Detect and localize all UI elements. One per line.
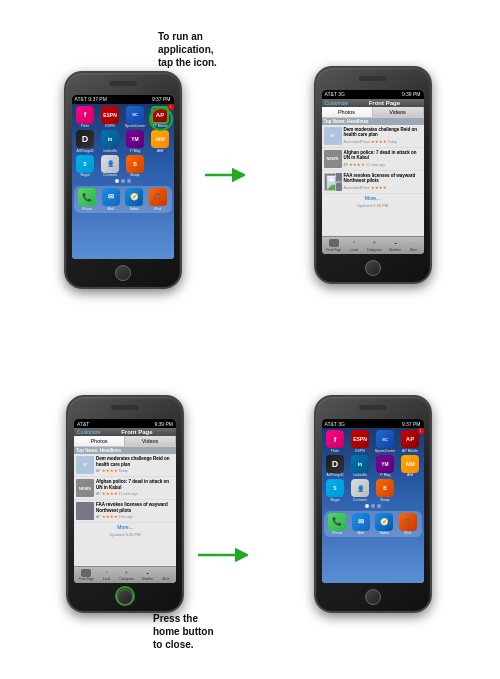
app-linkedin-4[interactable]: in LinkedIn: [349, 455, 372, 478]
dot-inactive-4: [371, 504, 375, 508]
spacer: [322, 209, 424, 237]
status-right-4: 9:37 PM: [402, 421, 421, 427]
aim-label-4: AIM: [407, 473, 413, 477]
nav-local-3[interactable]: 📍 Local: [102, 569, 112, 582]
green-arrow-2: [198, 540, 248, 570]
news-stars-3c: ★★★★: [102, 514, 118, 519]
news-source-3c: AP: [96, 515, 101, 519]
nav-categories-3[interactable]: ☰ Categories: [119, 569, 134, 582]
app-espn[interactable]: ESPN ESPN: [99, 106, 122, 129]
home-button-4[interactable]: [365, 589, 381, 605]
customize-btn[interactable]: Customize: [325, 100, 349, 106]
allthingsd-label: AllThingsD: [77, 149, 94, 153]
dock-ipod-4[interactable]: 🎵 iPod: [399, 513, 417, 536]
news-stars-3: ★★★★: [371, 185, 387, 190]
more-link-3[interactable]: More...: [74, 523, 176, 531]
nav-label-categories: Categories: [367, 248, 382, 252]
dock-phone[interactable]: 📞 Phone: [78, 188, 96, 211]
nav-weather[interactable]: ☁ Weather: [389, 239, 400, 252]
safari-icon: 🧭: [125, 188, 143, 206]
bump-label: Bump: [130, 173, 139, 177]
more-icon-3: …: [161, 569, 171, 577]
scorecenter-label-4: SportsCenter: [375, 449, 396, 453]
dot-inactive-2: [127, 179, 131, 183]
nav-local[interactable]: 📍 Local: [349, 239, 359, 252]
more-link[interactable]: More...: [322, 194, 424, 202]
skype-icon-4: S: [326, 479, 344, 497]
categories-icon-3: ☰: [122, 569, 132, 577]
app-ap-4[interactable]: AP 1 AP Mobile: [399, 430, 422, 453]
nav-more-3[interactable]: … More: [161, 569, 171, 582]
empty-slot-4: [401, 479, 419, 497]
news-screen-3: AT&T 9:39 PM Customize Front Page Photos…: [74, 419, 176, 583]
nav-categories[interactable]: ☰ Categories: [367, 239, 382, 252]
app-scorecenter[interactable]: SC SportsCenter: [124, 106, 147, 129]
app-contacts-4[interactable]: 👤 Contacts: [349, 479, 372, 502]
news-stars-3b: ★★★★: [102, 491, 118, 496]
photos-tab[interactable]: Photos: [322, 107, 373, 117]
news-item-2: NEWS Afghan police: 7 dead in attack on …: [322, 148, 424, 171]
app-allthingsd[interactable]: D AllThingsD: [74, 130, 97, 153]
status-right-1: 9:37 PM: [152, 96, 171, 102]
app-bump-4[interactable]: B Bump: [374, 479, 397, 502]
bottom-nav-3: Front Page 📍 Local ☰ Categories ☁ Wea: [74, 566, 176, 584]
app-espn-4[interactable]: ESPN ESPN: [349, 430, 372, 453]
phone-speaker-1: [109, 81, 137, 86]
news-item-3a: AP Dem moderates challenge Reid on healt…: [74, 454, 176, 477]
home-button-2[interactable]: [365, 260, 381, 276]
nav-frontpage-3[interactable]: Front Page: [79, 569, 94, 582]
app-ym[interactable]: YM Y! Msg: [124, 130, 147, 153]
nav-label-frontpage: Front Page: [326, 248, 341, 252]
dock-mail[interactable]: ✉ Mail: [102, 188, 120, 211]
dock-4: 📞 Phone ✉ Mail 🧭 Safari: [324, 511, 422, 538]
dock-ipod[interactable]: 🎵 iPod: [149, 188, 167, 211]
phone-1: AT&T 9:37 PM 9:37 PM f Flickr ESPN: [64, 71, 182, 289]
videos-tab-3[interactable]: Videos: [125, 436, 176, 446]
bump-icon-4: B: [376, 479, 394, 497]
ym-icon: YM: [126, 130, 144, 148]
app-scorecenter-4[interactable]: SC SportsCenter: [374, 430, 397, 453]
app-aim-4[interactable]: AIM AIM: [399, 455, 422, 478]
app-skype-4[interactable]: S Skype: [324, 479, 347, 502]
news-title-3c: FAA revokes licenses of wayward Northwes…: [96, 502, 174, 513]
dock-safari-4[interactable]: 🧭 Safari: [375, 513, 393, 536]
app-bump[interactable]: B Bump: [124, 155, 147, 178]
app-skype[interactable]: S Skype: [74, 155, 97, 178]
app-aim[interactable]: AIM AIM: [149, 130, 172, 153]
news-stars-2: ★★★★: [349, 162, 365, 167]
app-linkedin[interactable]: in LinkedIn: [99, 130, 122, 153]
phone-icon: 📞: [78, 188, 96, 206]
quadrant-bottom-left: AT&T 9:39 PM Customize Front Page Photos…: [10, 340, 250, 670]
app-ym-4[interactable]: YM Y! Msg: [374, 455, 397, 478]
dock-mail-4[interactable]: ✉ Mail: [352, 513, 370, 536]
linkedin-icon-4: in: [351, 455, 369, 473]
linkedin-label-4: LinkedIn: [353, 473, 366, 477]
videos-tab[interactable]: Videos: [373, 107, 424, 117]
app-flickr[interactable]: f Flickr: [74, 106, 97, 129]
dock-safari[interactable]: 🧭 Safari: [125, 188, 143, 211]
news-thumb-1: AP: [324, 127, 342, 145]
nav-weather-3[interactable]: ☁ Weather: [142, 569, 153, 582]
flickr-label-4: Flickr: [331, 449, 339, 453]
mail-dock-label: Mail: [108, 207, 114, 211]
linkedin-icon: in: [101, 130, 119, 148]
app-contacts[interactable]: 👤 Contacts: [99, 155, 122, 178]
app-allthingsd-4[interactable]: D AllThingsD: [324, 455, 347, 478]
photos-tab-3[interactable]: Photos: [74, 436, 125, 446]
dock-phone-4[interactable]: 📞 Phone: [328, 513, 346, 536]
home-button-3[interactable]: [117, 589, 133, 605]
instruction-text-1: To run an application, tap the icon.: [158, 30, 248, 69]
home-button-1[interactable]: [115, 265, 131, 281]
customize-btn-3[interactable]: Customize: [77, 429, 101, 435]
app-flickr-4[interactable]: f Flickr: [324, 430, 347, 453]
phone-speaker-2: [359, 76, 387, 81]
news-thumb-3c: [76, 502, 94, 520]
nav-more[interactable]: … More: [409, 239, 419, 252]
status-left-4: AT&T 3G: [325, 421, 345, 427]
phone-dock-label: Phone: [82, 207, 92, 211]
espn-label: ESPN: [105, 124, 115, 128]
nav-frontpage[interactable]: Front Page: [326, 239, 341, 252]
news-source-3a: AP: [96, 469, 101, 473]
aim-icon: AIM: [151, 130, 169, 148]
scorecenter-icon-4: SC: [376, 430, 394, 448]
